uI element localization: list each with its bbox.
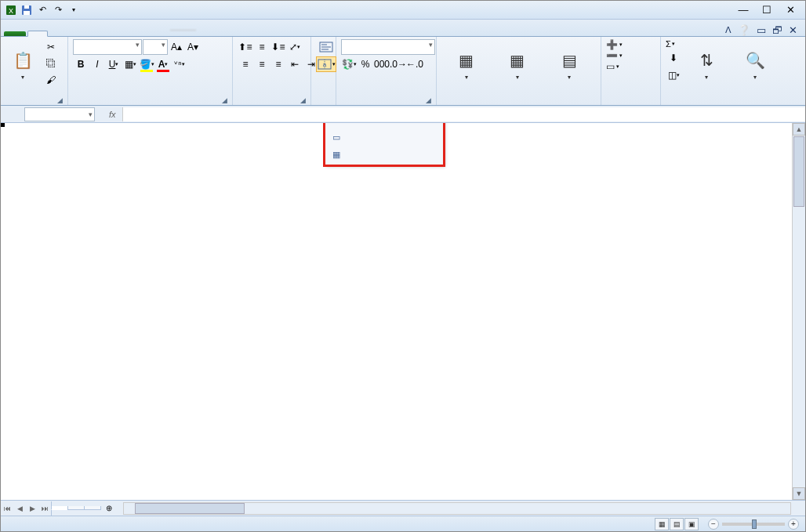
- wrap-text-button[interactable]: [316, 39, 336, 55]
- align-left-icon[interactable]: ≡: [238, 56, 253, 72]
- align-top-icon[interactable]: ⬆≡: [238, 39, 253, 55]
- group-alignment: ⬆≡ ≡ ⬇≡ ⤢▾ ≡ ≡ ≡ ⇤ ⇥ ◢: [233, 37, 311, 105]
- window-restore-icon[interactable]: 🗗: [772, 24, 782, 36]
- sheet-last-icon[interactable]: ⏭: [38, 501, 51, 516]
- decrease-indent-icon[interactable]: ⇤: [287, 56, 303, 72]
- sort-filter-button[interactable]: ⇅▾: [684, 39, 728, 91]
- grow-font-icon[interactable]: A▴: [169, 39, 184, 55]
- excel-icon[interactable]: X: [4, 3, 18, 17]
- window-min-icon[interactable]: ▭: [757, 24, 766, 36]
- page-break-view-button[interactable]: ▣: [684, 518, 699, 530]
- tab-pagelayout[interactable]: [67, 31, 85, 36]
- file-tab[interactable]: [4, 31, 26, 36]
- align-center-icon[interactable]: ≡: [254, 56, 270, 72]
- window-close-icon[interactable]: ✕: [789, 24, 797, 36]
- merge-dropdown-menu: ▭ ▭ ▭ ▦: [325, 123, 444, 165]
- align-right-icon[interactable]: ≡: [270, 56, 286, 72]
- tab-review[interactable]: [123, 31, 142, 36]
- orientation-icon[interactable]: ⤢▾: [287, 39, 303, 55]
- clipboard-launcher[interactable]: ◢: [57, 96, 63, 104]
- font-size-combo[interactable]: [143, 39, 168, 55]
- normal-view-button[interactable]: ▦: [655, 518, 669, 530]
- zoom-slider[interactable]: [722, 523, 785, 526]
- menu-unmerge-cells[interactable]: ▦: [327, 146, 441, 163]
- sheet-next-icon[interactable]: ▶: [26, 501, 38, 516]
- number-launcher[interactable]: ◢: [426, 96, 431, 104]
- tab-formulas[interactable]: [85, 31, 104, 36]
- phonetic-button[interactable]: ᵛⁿ▾: [172, 56, 187, 72]
- font-name-combo[interactable]: [73, 39, 142, 55]
- zoom-in-button[interactable]: +: [788, 519, 799, 530]
- fill-color-button[interactable]: 🪣▾: [139, 56, 154, 72]
- tab-data[interactable]: [104, 31, 123, 36]
- maximize-button[interactable]: ☐: [755, 2, 779, 18]
- page-layout-view-button[interactable]: ▤: [670, 518, 684, 530]
- bold-button[interactable]: B: [73, 56, 89, 72]
- sheet-tab-3[interactable]: [84, 506, 101, 510]
- conditional-formatting-button[interactable]: ▦▾: [441, 39, 492, 91]
- align-middle-icon[interactable]: ≡: [254, 39, 270, 55]
- merge-center-button[interactable]: a▾: [316, 56, 336, 72]
- unmerge-icon: ▦: [330, 148, 343, 161]
- shrink-font-icon[interactable]: A▾: [185, 39, 201, 55]
- sheet-prev-icon[interactable]: ◀: [13, 501, 26, 516]
- format-as-table-button[interactable]: ▦▾: [495, 39, 540, 91]
- minimize-button[interactable]: —: [732, 2, 755, 18]
- sheet-tab-2[interactable]: [67, 506, 85, 510]
- scroll-up-icon[interactable]: ▲: [793, 123, 805, 136]
- font-launcher[interactable]: ◢: [222, 96, 227, 104]
- active-cell: [2, 125, 3, 125]
- fill-icon[interactable]: ⬇: [666, 50, 681, 66]
- paste-button[interactable]: 📋 ▾: [5, 39, 40, 91]
- name-box[interactable]: [24, 107, 95, 121]
- formula-input[interactable]: [122, 107, 805, 121]
- comma-format-icon[interactable]: 000: [374, 56, 390, 72]
- group-label-cells: [606, 103, 655, 104]
- status-bar: ▦ ▤ ▣ − +: [1, 516, 805, 531]
- menu-merge-across[interactable]: ▭: [327, 123, 441, 128]
- italic-button[interactable]: I: [89, 56, 105, 72]
- cell-styles-button[interactable]: ▤▾: [543, 39, 596, 91]
- qat-dropdown-icon[interactable]: ▾: [67, 3, 81, 17]
- copy-icon[interactable]: ⿻: [43, 56, 59, 71]
- percent-format-icon[interactable]: %: [358, 56, 373, 72]
- tab-view[interactable]: [142, 31, 161, 36]
- redo-icon[interactable]: ↷: [51, 3, 65, 17]
- undo-icon[interactable]: ↶: [35, 3, 49, 17]
- fill-handle[interactable]: [1, 123, 5, 127]
- cut-icon[interactable]: ✂: [43, 39, 59, 55]
- fx-button[interactable]: fx: [109, 110, 116, 119]
- increase-decimal-icon[interactable]: .0→: [390, 56, 406, 72]
- zoom-slider-thumb[interactable]: [752, 519, 757, 529]
- help-icon[interactable]: ❔: [738, 24, 750, 36]
- save-icon[interactable]: [20, 3, 34, 17]
- clear-icon[interactable]: ◫▾: [666, 67, 681, 83]
- minimize-ribbon-icon[interactable]: ᐱ: [725, 25, 732, 35]
- grid-scroll[interactable]: ▭ ▭ ▭ ▦: [1, 123, 792, 500]
- font-color-button[interactable]: A▾: [155, 56, 171, 72]
- vertical-scrollbar[interactable]: ▲ ▼: [792, 123, 805, 500]
- accounting-format-icon[interactable]: 💱▾: [341, 56, 357, 72]
- find-select-button[interactable]: 🔍▾: [732, 39, 779, 91]
- tab-extra[interactable]: ———: [161, 22, 205, 36]
- hscroll-thumb[interactable]: [135, 503, 245, 514]
- close-button[interactable]: ✕: [779, 2, 802, 18]
- vscroll-thumb[interactable]: [793, 136, 804, 207]
- number-format-combo[interactable]: [341, 39, 435, 55]
- alignment-launcher[interactable]: ◢: [300, 96, 306, 104]
- sheet-first-icon[interactable]: ⏮: [1, 501, 13, 516]
- align-bottom-icon[interactable]: ⬇≡: [270, 39, 286, 55]
- autosum-icon[interactable]: Σ: [666, 39, 671, 49]
- format-painter-icon[interactable]: 🖌: [43, 72, 59, 88]
- menu-merge-cells[interactable]: ▭: [327, 128, 441, 146]
- tab-insert[interactable]: [48, 31, 67, 36]
- border-button[interactable]: ▦▾: [122, 56, 138, 72]
- underline-button[interactable]: U▾: [106, 56, 122, 72]
- decrease-decimal-icon[interactable]: ←.0: [407, 56, 423, 72]
- sheet-tab-1[interactable]: [51, 506, 68, 510]
- insert-sheet-button[interactable]: ⊕: [101, 502, 117, 514]
- horizontal-scrollbar[interactable]: [123, 502, 791, 515]
- tab-start[interactable]: [27, 31, 48, 37]
- zoom-out-button[interactable]: −: [708, 519, 719, 530]
- scroll-down-icon[interactable]: ▼: [793, 487, 805, 500]
